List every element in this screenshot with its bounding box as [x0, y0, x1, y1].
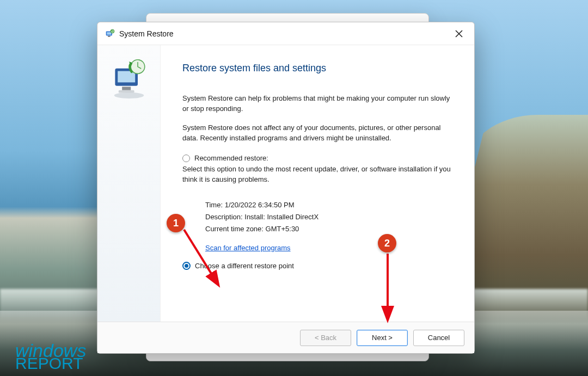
svg-rect-6	[118, 71, 135, 83]
next-button[interactable]: Next >	[357, 330, 408, 346]
back-button: < Back	[300, 330, 351, 346]
radio-recommended-restore[interactable]: Recommended restore:	[182, 154, 455, 162]
svg-point-4	[114, 93, 143, 98]
cancel-button[interactable]: Cancel	[413, 330, 464, 346]
detail-time-label: Time:	[205, 201, 223, 209]
page-heading: Restore system files and settings	[182, 63, 455, 74]
recommended-description: Select this option to undo the most rece…	[182, 164, 455, 185]
restore-illustration-icon	[107, 57, 151, 101]
svg-rect-2	[108, 35, 111, 36]
detail-tz-value: GMT+5:30	[266, 225, 299, 233]
svg-rect-8	[118, 90, 134, 93]
svg-rect-1	[107, 32, 111, 35]
svg-line-10	[184, 230, 218, 284]
radio-unselected-icon	[182, 155, 190, 162]
radio-recommended-label: Recommended restore:	[194, 154, 268, 162]
detail-desc-value: Install: Installed DirectX	[244, 213, 318, 221]
close-icon	[455, 30, 463, 38]
annotation-arrow-1	[179, 225, 233, 296]
wizard-footer: < Back Next > Cancel	[97, 322, 474, 353]
titlebar: System Restore	[97, 22, 474, 45]
watermark: windows REPORT	[15, 342, 86, 371]
detail-time-value: 1/20/2022 6:34:50 PM	[225, 201, 295, 209]
annotation-marker-2: 2	[378, 234, 396, 252]
restore-point-details: Time: 1/20/2022 6:34:50 PM Description: …	[205, 199, 455, 235]
detail-time: Time: 1/20/2022 6:34:50 PM	[205, 199, 455, 211]
wizard-sidebar	[97, 45, 161, 322]
svg-rect-7	[122, 87, 131, 90]
desktop-background: windows REPORT — — — × System Restore	[0, 0, 588, 376]
annotation-arrow-2	[381, 250, 397, 326]
close-button[interactable]	[451, 26, 467, 41]
intro-paragraph-2: System Restore does not affect any of yo…	[182, 123, 455, 144]
annotation-marker-1: 1	[167, 214, 185, 232]
window-title: System Restore	[119, 29, 174, 38]
system-restore-dialog: System Restore	[97, 22, 475, 354]
detail-description: Description: Install: Installed DirectX	[205, 211, 455, 223]
intro-paragraph-1: System Restore can help fix problems tha…	[182, 94, 455, 114]
watermark-line2: REPORT	[15, 356, 86, 371]
system-restore-icon	[105, 29, 115, 39]
detail-timezone: Current time zone: GMT+5:30	[205, 223, 455, 235]
detail-desc-label: Description:	[205, 213, 243, 221]
